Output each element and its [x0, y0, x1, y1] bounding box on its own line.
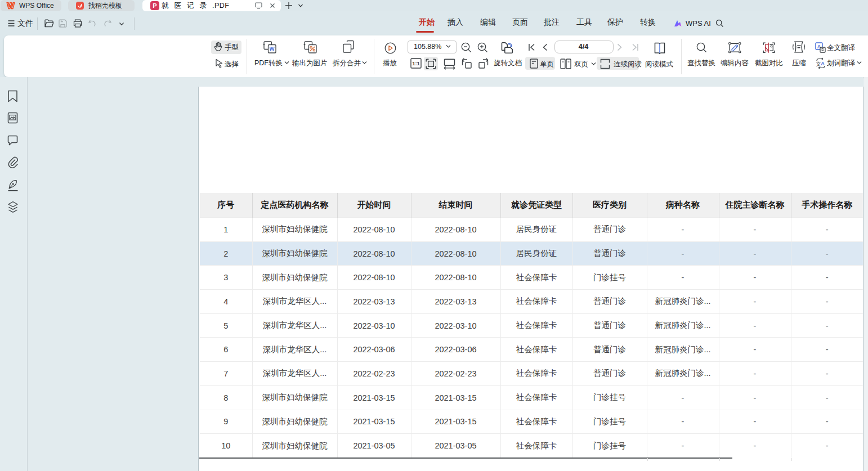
svg-text:A: A [821, 61, 825, 66]
svg-text:文: 文 [816, 61, 821, 67]
svg-text:1:1: 1:1 [412, 60, 420, 66]
